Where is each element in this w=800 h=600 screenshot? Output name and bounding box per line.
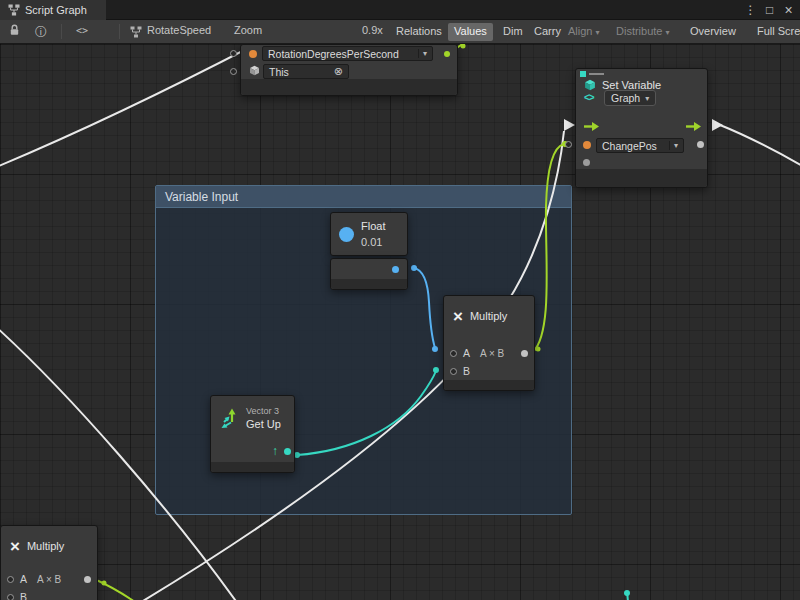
- node-set-variable[interactable]: Set Variable <> Graph ▾ ChangePos ▾: [575, 68, 708, 188]
- node-multiply[interactable]: × Multiply A A × B B: [443, 295, 535, 391]
- node-footer: [331, 279, 407, 289]
- clear-icon[interactable]: ⊗: [334, 65, 343, 78]
- input-port-a[interactable]: [7, 576, 14, 583]
- control-out-arrow-icon[interactable]: [685, 121, 701, 132]
- group-title: Variable Input: [165, 190, 238, 204]
- dropdown-arrow-icon: ▾: [418, 49, 427, 58]
- node-footer: [444, 380, 534, 390]
- input-port-b[interactable]: [7, 594, 14, 600]
- wire-endpoint-dot: [461, 44, 466, 49]
- object-variable-dot: [249, 50, 257, 58]
- toolbar-button-values[interactable]: Values: [448, 23, 493, 41]
- port-row-b: B: [1, 588, 97, 600]
- lock-icon[interactable]: [9, 24, 20, 37]
- info-icon[interactable]: ⓘ: [35, 24, 47, 41]
- code-icon[interactable]: <>: [76, 25, 88, 36]
- toolbar-button-overview[interactable]: Overview: [684, 23, 742, 41]
- wire-endpoint-dot: [102, 581, 107, 586]
- group-header[interactable]: Variable Input: [156, 186, 571, 208]
- variables-chevron-icon: <>: [584, 92, 594, 103]
- node-header: Vector 3 Get Up: [211, 396, 294, 440]
- graph-canvas[interactable]: Variable Input: [0, 44, 800, 600]
- port-label: B: [20, 591, 27, 600]
- toolbar-button-dim[interactable]: Dim: [497, 23, 529, 41]
- node-footer: [211, 462, 294, 472]
- dropdown-arrow-icon: ▾: [645, 94, 649, 103]
- variable-name: ChangePos: [602, 140, 657, 152]
- wire-multiply2-out[interactable]: [92, 578, 135, 600]
- result-expression: A × B: [37, 574, 61, 585]
- port-label: A: [20, 573, 27, 585]
- node-footer: [576, 169, 707, 187]
- value-output-port[interactable]: [697, 141, 704, 148]
- menu-kebab-icon[interactable]: ⋮: [743, 3, 758, 17]
- target-self-field[interactable]: This ⊗: [263, 64, 349, 79]
- output-port[interactable]: [84, 576, 91, 583]
- node-type-label: Vector 3: [246, 405, 281, 417]
- control-in-arrow-icon[interactable]: [583, 121, 599, 132]
- node-get-up[interactable]: Vector 3 Get Up ↑: [210, 395, 295, 473]
- toolbar-button-align[interactable]: Align▾: [562, 23, 605, 41]
- dropdown-arrow-icon: ▾: [665, 28, 669, 37]
- maximize-icon[interactable]: □: [762, 3, 777, 17]
- output-port[interactable]: [521, 350, 528, 357]
- node-badge-bar: [589, 73, 604, 75]
- float-output-port[interactable]: [392, 266, 399, 273]
- port-label: B: [463, 365, 470, 377]
- wire-control-topleft[interactable]: [0, 44, 256, 168]
- unity-script-graph-window: Script Graph ⋮ □ × ⓘ <> RotateSpeed Zoom…: [0, 0, 800, 600]
- tab-script-graph[interactable]: Script Graph: [0, 0, 106, 20]
- node-title: Multiply: [27, 540, 64, 552]
- node-footer: [241, 79, 457, 95]
- graph-toolbar: ⓘ <> RotateSpeed Zoom 0.9x Relations Val…: [0, 20, 800, 44]
- cube-icon: [249, 65, 260, 76]
- toolbar-button-distribute[interactable]: Distribute▾: [610, 23, 675, 41]
- variable-name: RotationDegreesPerSecond: [268, 48, 399, 60]
- control-input-triangle[interactable]: [564, 119, 575, 131]
- extra-input-port[interactable]: [583, 159, 590, 166]
- node-multiply-2[interactable]: × Multiply A A × B B: [0, 525, 98, 600]
- node-float-body[interactable]: [330, 258, 408, 290]
- input-port-b[interactable]: [450, 368, 457, 375]
- variable-scope-dropdown[interactable]: Graph ▾: [604, 90, 656, 106]
- object-variable-dot: [583, 141, 591, 149]
- node-title: Set Variable: [602, 79, 661, 91]
- wire-control-from-set-variable[interactable]: [720, 125, 800, 168]
- tab-title: Script Graph: [25, 4, 87, 16]
- toolbar-button-relations[interactable]: Relations: [390, 23, 448, 41]
- literal-type-label: Float: [361, 218, 385, 235]
- wire-teal-stub[interactable]: [627, 593, 628, 600]
- titlebar: Script Graph ⋮ □ ×: [0, 0, 800, 20]
- close-icon[interactable]: ×: [781, 2, 796, 18]
- literal-value[interactable]: 0.01: [361, 234, 385, 251]
- toolbar-separator: [61, 24, 62, 39]
- input-port-a[interactable]: [450, 350, 457, 357]
- toolbar-button-fullscreen[interactable]: Full Screen: [751, 23, 800, 41]
- up-arrow-icon: ↑: [272, 444, 278, 458]
- input-port[interactable]: [230, 50, 237, 57]
- node-float-literal[interactable]: Float 0.01: [330, 212, 408, 256]
- input-port[interactable]: [230, 68, 237, 75]
- control-output-triangle[interactable]: [712, 119, 723, 131]
- dropdown-arrow-icon: ▾: [669, 141, 678, 150]
- variable-name-dropdown[interactable]: RotationDegreesPerSecond ▾: [262, 46, 433, 61]
- node-header: × Multiply: [444, 296, 534, 336]
- port-label: A: [463, 347, 470, 359]
- zoom-value: 0.9x: [362, 24, 383, 36]
- graph-asset-icon: [130, 26, 142, 38]
- vector3-up-icon: [218, 407, 240, 429]
- vector-output-port[interactable]: [284, 448, 291, 455]
- variable-name-dropdown[interactable]: ChangePos ▾: [596, 138, 684, 153]
- node-title: Multiply: [470, 310, 507, 322]
- script-graph-icon: [8, 4, 20, 16]
- variable-icon: [584, 79, 596, 91]
- node-get-variable[interactable]: RotationDegreesPerSecond ▾ This ⊗: [240, 44, 458, 96]
- value-input-port[interactable]: [565, 141, 572, 148]
- graph-name-breadcrumb[interactable]: RotateSpeed: [147, 24, 211, 36]
- multiply-icon: ×: [453, 308, 463, 325]
- scope-label: Graph: [611, 92, 640, 104]
- output-port[interactable]: [444, 51, 450, 57]
- wire-endpoint-dot: [624, 590, 630, 596]
- port-row-a: A A × B: [1, 570, 97, 588]
- multiply-icon: ×: [10, 538, 20, 555]
